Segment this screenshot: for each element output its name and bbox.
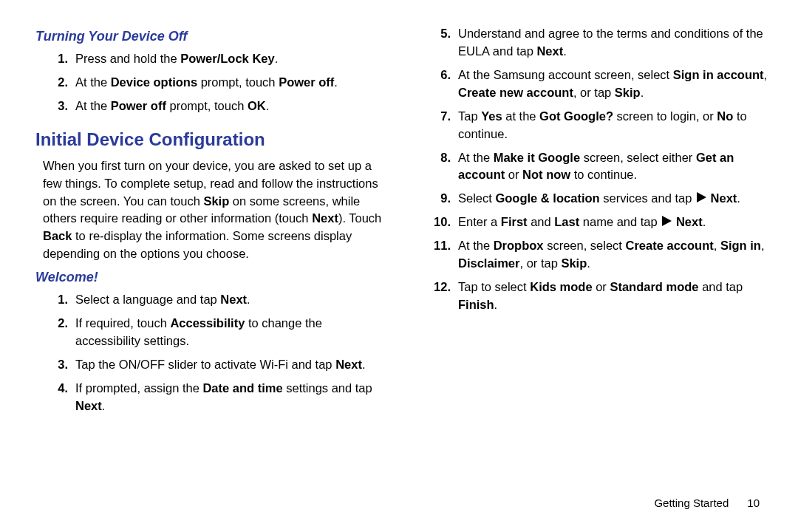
list-number: 1. xyxy=(35,291,75,309)
list-number: 10. xyxy=(418,214,458,231)
list-item: 4.If prompted, assign the Date and time … xyxy=(35,380,386,415)
list-item: 7.Tap Yes at the Got Google? screen to l… xyxy=(418,108,768,143)
list-item: 5.Understand and agree to the terms and … xyxy=(418,25,768,61)
right-column: 5.Understand and agree to the terms and … xyxy=(418,22,768,421)
list-item: 2.At the Device options prompt, touch Po… xyxy=(35,74,386,92)
list-body: Select a language and tap Next. xyxy=(75,291,386,309)
list-number: 11. xyxy=(418,237,458,273)
page-footer: Getting Started 10 xyxy=(654,495,760,511)
svg-marker-1 xyxy=(662,216,672,226)
subheading-welcome: Welcome! xyxy=(35,267,386,287)
welcome-list-right: 5.Understand and agree to the terms and … xyxy=(418,25,768,314)
list-number: 9. xyxy=(418,190,458,208)
svg-marker-0 xyxy=(697,192,706,202)
list-item: 12.Tap to select Kids mode or Standard m… xyxy=(418,279,768,314)
list-number: 12. xyxy=(418,279,458,314)
list-body: At the Samsung account screen, select Si… xyxy=(458,66,768,102)
play-triangle-icon xyxy=(661,215,672,227)
list-number: 7. xyxy=(418,108,458,143)
list-body: Enter a First and Last name and tap Next… xyxy=(458,214,768,231)
list-number: 4. xyxy=(35,380,75,415)
list-body: Press and hold the Power/Lock Key. xyxy=(75,50,386,68)
footer-page-number: 10 xyxy=(747,497,760,509)
list-body: At the Device options prompt, touch Powe… xyxy=(75,74,386,92)
list-number: 2. xyxy=(35,74,75,92)
list-body: Tap the ON/OFF slider to activate Wi-Fi … xyxy=(75,356,386,374)
list-body: At the Make it Google screen, select eit… xyxy=(458,149,768,185)
list-number: 2. xyxy=(35,315,75,350)
list-item: 3.Tap the ON/OFF slider to activate Wi-F… xyxy=(35,356,386,374)
list-item: 1.Press and hold the Power/Lock Key. xyxy=(35,50,386,68)
list-item: 8.At the Make it Google screen, select e… xyxy=(418,149,768,185)
list-item: 3.At the Power off prompt, touch OK. xyxy=(35,98,386,115)
page: Turning Your Device Off 1.Press and hold… xyxy=(0,0,798,421)
intro-paragraph: When you first turn on your device, you … xyxy=(43,157,386,264)
list-item: 1.Select a language and tap Next. xyxy=(35,291,386,309)
list-number: 3. xyxy=(35,98,75,115)
list-body: Tap to select Kids mode or Standard mode… xyxy=(458,279,768,314)
turning-off-list: 1.Press and hold the Power/Lock Key.2.At… xyxy=(35,50,386,115)
left-column: Turning Your Device Off 1.Press and hold… xyxy=(35,22,386,421)
welcome-list-left: 1.Select a language and tap Next.2.If re… xyxy=(35,291,386,415)
list-item: 10.Enter a First and Last name and tap N… xyxy=(418,214,768,231)
list-body: Tap Yes at the Got Google? screen to log… xyxy=(458,108,768,143)
list-body: If required, touch Accessibility to chan… xyxy=(75,315,386,350)
list-body: At the Dropbox screen, select Create acc… xyxy=(458,237,768,273)
subheading-turning-off: Turning Your Device Off xyxy=(35,27,386,46)
list-item: 6.At the Samsung account screen, select … xyxy=(418,66,768,102)
heading-initial-config: Initial Device Configuration xyxy=(35,127,386,153)
list-number: 1. xyxy=(35,50,75,68)
list-item: 9.Select Google & location services and … xyxy=(418,190,768,208)
list-body: Understand and agree to the terms and co… xyxy=(458,25,768,61)
footer-section: Getting Started xyxy=(654,497,729,509)
list-number: 8. xyxy=(418,149,458,185)
list-number: 6. xyxy=(418,66,458,102)
list-body: If prompted, assign the Date and time se… xyxy=(75,380,386,415)
list-body: At the Power off prompt, touch OK. xyxy=(75,98,386,115)
list-number: 5. xyxy=(418,25,458,61)
list-number: 3. xyxy=(35,356,75,374)
list-item: 2.If required, touch Accessibility to ch… xyxy=(35,315,386,350)
list-body: Select Google & location services and ta… xyxy=(458,190,768,208)
list-item: 11.At the Dropbox screen, select Create … xyxy=(418,237,768,273)
play-triangle-icon xyxy=(695,191,707,203)
